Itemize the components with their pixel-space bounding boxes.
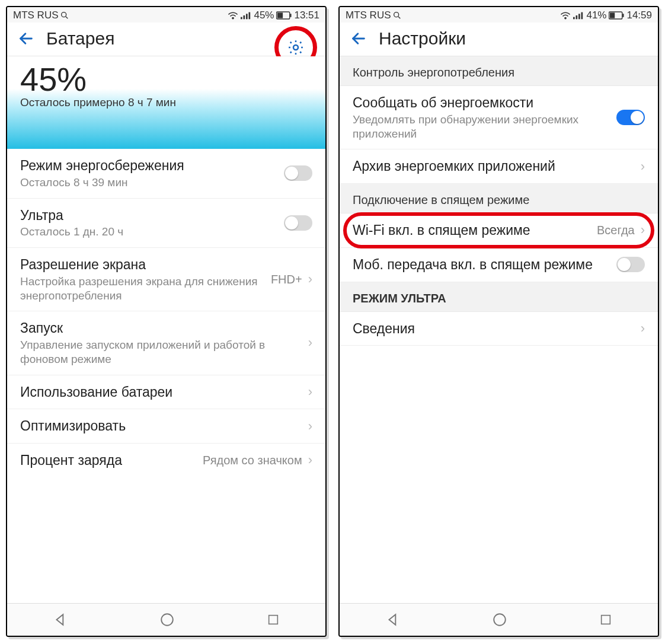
nav-bar [7, 603, 325, 636]
battery-icon [609, 11, 624, 20]
svg-rect-3 [241, 17, 242, 20]
carrier-label: MTS RUS [346, 9, 391, 21]
nav-recent-icon[interactable] [599, 613, 612, 626]
status-bar: MTS RUS 45% 13:51 [7, 7, 325, 23]
battery-percent-label: 45% [254, 9, 274, 21]
carrier-label: MTS RUS [13, 9, 59, 21]
svg-rect-23 [610, 12, 615, 18]
section-ultra: РЕЖИМ УЛЬТРА [340, 282, 658, 312]
svg-rect-20 [578, 14, 580, 19]
battery-percent-big: 45% [20, 60, 312, 98]
row-optimize[interactable]: Оптимизировать › [7, 409, 325, 444]
svg-point-11 [293, 45, 298, 50]
toggle-ultra[interactable] [284, 215, 312, 231]
row-title: Использование батареи [20, 384, 302, 401]
svg-point-0 [61, 12, 66, 17]
svg-line-16 [398, 17, 400, 18]
row-archive[interactable]: Архив энергоемких приложений › [340, 149, 658, 184]
back-icon[interactable] [18, 30, 34, 47]
signal-icon [573, 11, 584, 20]
svg-rect-24 [623, 14, 624, 17]
svg-rect-8 [277, 12, 283, 18]
row-mobile-sleep[interactable]: Моб. передача вкл. в спящем режиме [340, 248, 658, 282]
toggle-power-saving[interactable] [284, 165, 312, 181]
row-sub: Осталось 8 ч 39 мин [20, 176, 278, 190]
chevron-right-icon: › [308, 384, 312, 400]
nav-home-icon[interactable] [492, 612, 507, 627]
row-sub: Уведомлять при обнаружении энергоемких п… [353, 113, 610, 141]
content-area: Контроль энергопотребления Сообщать об э… [340, 56, 658, 603]
svg-rect-5 [246, 14, 248, 19]
row-value: Всегда [597, 224, 635, 237]
row-notify-high-drain[interactable]: Сообщать об энергоемкости Уведомлять при… [340, 86, 658, 149]
chevron-right-icon: › [308, 335, 312, 350]
row-title: Процент заряда [20, 452, 197, 469]
app-header: Настройки [340, 23, 658, 56]
status-bar: MTS RUS 41% 14:59 [340, 7, 658, 23]
row-usage[interactable]: Использование батареи › [7, 375, 325, 410]
battery-remaining: Осталось примерно 8 ч 7 мин [20, 96, 312, 109]
phone-left: MTS RUS 45% 13:51 Батарея 45% Осталось п… [6, 6, 327, 637]
signal-icon [241, 11, 251, 20]
row-sub: Осталось 1 дн. 20 ч [20, 225, 278, 239]
row-title: Сведения [353, 320, 635, 337]
row-title: Wi-Fi вкл. в спящем режиме [353, 222, 591, 239]
row-wifi-sleep[interactable]: Wi-Fi вкл. в спящем режиме Всегда › [340, 213, 658, 248]
chevron-right-icon: › [308, 419, 312, 434]
row-info[interactable]: Сведения › [340, 312, 658, 346]
svg-point-17 [565, 17, 566, 18]
nav-back-icon[interactable] [53, 612, 68, 627]
svg-rect-18 [573, 17, 575, 20]
toggle-notify[interactable] [616, 110, 645, 125]
page-title: Настройки [379, 28, 466, 49]
content-area: 45% Осталось примерно 8 ч 7 мин Режим эн… [7, 56, 325, 603]
row-title: Запуск [20, 320, 302, 337]
row-title: Ультра [20, 207, 278, 224]
nav-home-icon[interactable] [159, 612, 175, 627]
toggle-mobile-sleep[interactable] [616, 257, 645, 272]
svg-marker-12 [57, 614, 63, 624]
svg-rect-6 [249, 12, 251, 20]
row-ultra[interactable]: Ультра Осталось 1 дн. 20 ч [7, 199, 325, 248]
nav-back-icon[interactable] [385, 612, 401, 627]
phone-right: MTS RUS 41% 14:59 Настройки Контроль эне… [338, 6, 659, 637]
svg-point-13 [162, 614, 174, 626]
svg-point-15 [394, 12, 398, 17]
row-sub: Управление запуском приложений и работой… [20, 338, 302, 366]
svg-rect-21 [581, 12, 583, 20]
battery-hero: 45% Осталось примерно 8 ч 7 мин [7, 56, 325, 149]
section-power-control: Контроль энергопотребления [340, 56, 658, 86]
chevron-right-icon: › [308, 272, 312, 287]
row-power-saving[interactable]: Режим энергосбережения Осталось 8 ч 39 м… [7, 149, 325, 199]
svg-rect-19 [576, 15, 578, 19]
row-value: FHD+ [271, 273, 302, 286]
app-header: Батарея [7, 23, 325, 56]
svg-rect-14 [268, 616, 277, 624]
page-title: Батарея [46, 28, 114, 49]
svg-line-1 [66, 17, 68, 18]
wifi-icon [560, 11, 571, 20]
gear-icon[interactable] [287, 39, 305, 56]
clock-label: 13:51 [294, 9, 319, 21]
row-title: Архив энергоемких приложений [353, 158, 635, 175]
nav-recent-icon[interactable] [267, 613, 280, 626]
svg-rect-9 [290, 14, 292, 17]
clock-label: 14:59 [626, 9, 652, 21]
row-title: Сообщать об энергоемкости [353, 94, 610, 111]
svg-point-27 [494, 614, 506, 626]
back-icon[interactable] [350, 30, 367, 47]
row-sub: Настройка разрешения экрана для снижения… [20, 275, 265, 303]
battery-icon [276, 11, 292, 20]
row-title: Разрешение экрана [20, 256, 265, 273]
battery-percent-label: 41% [586, 9, 606, 21]
svg-point-2 [232, 17, 234, 18]
row-title: Режим энергосбережения [20, 157, 278, 174]
row-resolution[interactable]: Разрешение экрана Настройка разрешения э… [7, 248, 325, 311]
search-icon [392, 11, 402, 20]
row-launch[interactable]: Запуск Управление запуском приложений и … [7, 311, 325, 375]
chevron-right-icon: › [641, 222, 645, 238]
wifi-icon [228, 11, 238, 20]
chevron-right-icon: › [641, 159, 645, 174]
row-percent[interactable]: Процент заряда Рядом со значком › [7, 444, 325, 477]
nav-bar [340, 603, 658, 636]
